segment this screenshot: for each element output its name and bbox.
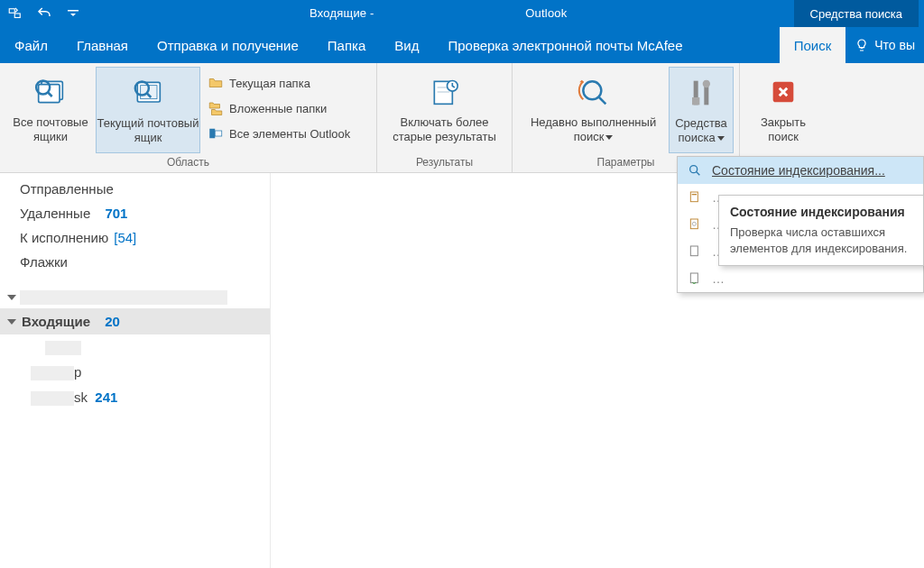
tab-view[interactable]: Вид xyxy=(380,27,433,63)
ribbon-group-results: Включать более старые результаты Результ… xyxy=(377,63,513,172)
item-count: [54] xyxy=(114,230,136,245)
item-count: 701 xyxy=(105,206,127,221)
qat-customize-icon[interactable] xyxy=(63,4,83,23)
tab-home[interactable]: Главная xyxy=(62,27,143,63)
all-mailboxes-button[interactable]: Все почтовые ящики xyxy=(5,67,96,153)
tell-me-label: Что вы xyxy=(874,38,915,52)
nav-flags[interactable]: Флажки xyxy=(0,250,270,274)
magnifier-icon xyxy=(687,162,703,179)
tab-mcafee[interactable]: Проверка электронной почты McAfee xyxy=(433,27,697,63)
all-outlook-items-button[interactable]: Все элементы Outlook xyxy=(204,123,354,144)
nav-subfolder-2[interactable]: р xyxy=(0,360,270,385)
outlook-items-icon xyxy=(208,125,224,142)
recent-searches-button[interactable]: Недавно выполненный поиск xyxy=(518,67,669,153)
item-label: Все элементы Outlook xyxy=(229,127,350,141)
folder-nav-pane: Отправленные Удаленные 701 К исполнению … xyxy=(0,173,271,568)
svg-rect-28 xyxy=(690,219,698,229)
recent-searches-icon xyxy=(574,72,614,112)
btn-label: Закрыть поиск xyxy=(745,115,821,143)
tab-folder[interactable]: Папка xyxy=(313,27,380,63)
current-folder-button[interactable]: Текущая папка xyxy=(204,72,354,94)
item-count: 241 xyxy=(95,389,117,405)
svg-rect-2 xyxy=(68,10,79,12)
lightbulb-icon xyxy=(855,38,869,52)
tell-me[interactable]: Что вы xyxy=(845,27,924,63)
svg-point-22 xyxy=(703,80,710,87)
qat-send-receive-icon[interactable] xyxy=(5,4,25,23)
tab-label: Главная xyxy=(77,38,128,53)
title-account-redacted xyxy=(377,6,522,21)
nav-deleted[interactable]: Удаленные 701 xyxy=(0,201,270,225)
subfolder-redacted xyxy=(31,391,74,406)
tab-label: Отправка и получение xyxy=(157,38,299,53)
context-tab-search-tools[interactable]: Средства поиска xyxy=(794,0,919,27)
btn-label: Все почтовые ящики xyxy=(5,115,96,143)
btn-label: Текущий почтовый ящик xyxy=(97,116,199,144)
subfolder-tail: sk xyxy=(74,389,88,405)
search-tools-button[interactable]: Средства поиска xyxy=(669,67,734,153)
item-count: 20 xyxy=(105,314,120,329)
ribbon-group-scope: Все почтовые ящики Текущий почтовый ящик… xyxy=(0,63,377,172)
chevron-down-icon xyxy=(605,135,613,140)
group-label: Область xyxy=(0,156,376,172)
svg-rect-26 xyxy=(690,192,698,202)
svg-rect-1 xyxy=(14,14,20,18)
tab-search[interactable]: Поиск xyxy=(780,27,846,63)
tab-label: Проверка электронной почты McAfee xyxy=(448,38,682,53)
tooltip-indexing-status: Состояние индексирования Проверка числа … xyxy=(718,195,924,266)
subfolder-redacted xyxy=(45,341,81,355)
nav-sent[interactable]: Отправленные xyxy=(0,177,270,201)
nav-followup[interactable]: К исполнению [54] xyxy=(0,225,270,250)
context-tab-label: Средства поиска xyxy=(810,7,902,21)
svg-rect-27 xyxy=(692,194,697,195)
subfolder-redacted xyxy=(31,366,74,380)
menu-item-hidden-4[interactable]: … xyxy=(678,265,923,292)
svg-rect-12 xyxy=(215,131,222,136)
tab-send-receive[interactable]: Отправка и получение xyxy=(143,27,313,63)
btn-label: Включать более старые результаты xyxy=(383,115,506,143)
item-label: Входящие xyxy=(22,314,90,329)
btn-label: Недавно выполненный поиск xyxy=(518,115,669,143)
undo-icon[interactable] xyxy=(34,4,54,23)
menu-item-label: Состояние индексирования... xyxy=(712,163,885,178)
nav-inbox[interactable]: Входящие 20 xyxy=(0,308,270,334)
ribbon-tabs: Файл Главная Отправка и получение Папка … xyxy=(0,27,924,63)
account-header[interactable] xyxy=(0,283,270,308)
include-older-button[interactable]: Включать более старые результаты xyxy=(383,67,506,153)
all-mailboxes-icon xyxy=(31,72,70,112)
expand-icon xyxy=(7,319,16,325)
item-label: Флажки xyxy=(20,254,68,270)
close-search-button[interactable]: Закрыть поиск xyxy=(745,67,821,153)
expand-icon xyxy=(7,295,16,300)
subfolders-button[interactable]: Вложенные папки xyxy=(204,97,354,119)
item-label: Вложенные папки xyxy=(229,102,327,115)
search-tools-icon xyxy=(681,73,721,113)
doc-icon xyxy=(687,243,703,260)
tab-label: Поиск xyxy=(794,38,832,53)
nav-subfolder-1[interactable] xyxy=(0,334,270,360)
scope-sub-buttons: Текущая папка Вложенные папки Все элемен… xyxy=(200,67,357,144)
tab-label: Папка xyxy=(328,38,365,53)
subfolders-icon xyxy=(208,100,224,116)
title-bar: Входящие - Outlook Средства поиска xyxy=(0,0,924,27)
quick-access-toolbar xyxy=(5,4,83,23)
svg-rect-30 xyxy=(690,246,698,256)
subfolder-tail: р xyxy=(74,364,81,380)
group-label: Результаты xyxy=(377,156,512,172)
tooltip-body: Проверка числа оставшихся элементов для … xyxy=(730,224,912,256)
svg-rect-31 xyxy=(690,273,698,283)
folder-icon xyxy=(208,75,224,91)
item-label: Удаленные xyxy=(20,206,90,221)
current-mailbox-icon xyxy=(128,73,168,113)
menu-item-indexing-status[interactable]: Состояние индексирования... xyxy=(678,157,923,184)
doc-arrow-icon xyxy=(687,270,703,287)
current-mailbox-button[interactable]: Текущий почтовый ящик xyxy=(96,67,200,153)
item-label: К исполнению xyxy=(20,230,108,245)
close-icon xyxy=(763,72,803,112)
btn-label: Средства поиска xyxy=(670,116,733,144)
nav-subfolder-3[interactable]: sk 241 xyxy=(0,385,270,410)
svg-line-25 xyxy=(696,171,699,175)
svg-line-18 xyxy=(598,96,605,104)
chevron-down-icon xyxy=(717,136,725,141)
tab-file[interactable]: Файл xyxy=(0,27,62,63)
